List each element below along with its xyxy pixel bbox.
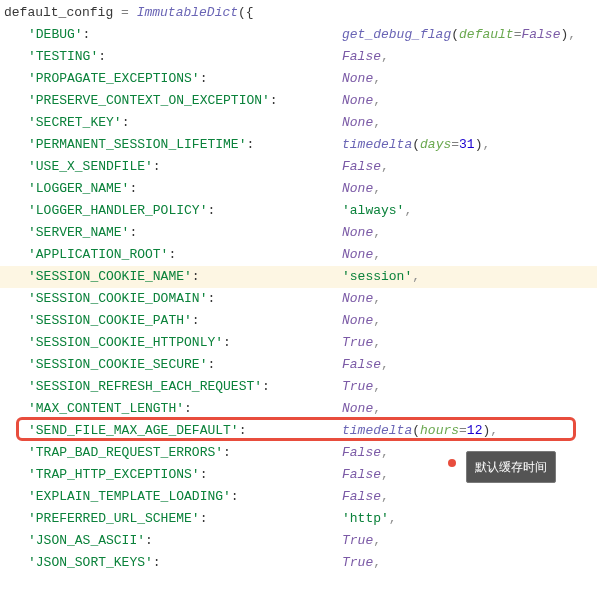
config-row: 'PRESERVE_CONTEXT_ON_EXCEPTION':None,	[0, 90, 597, 112]
config-key: 'MAX_CONTENT_LENGTH':	[28, 398, 342, 420]
operator: =	[113, 5, 136, 20]
paren-open: ({	[238, 5, 254, 20]
annotation-dot	[448, 459, 456, 467]
config-row: 'MAX_CONTENT_LENGTH':None,	[0, 398, 597, 420]
config-row: 'LOGGER_NAME':None,	[0, 178, 597, 200]
config-value: None,	[342, 112, 381, 134]
config-value: False,	[342, 442, 389, 464]
config-key: 'SEND_FILE_MAX_AGE_DEFAULT':	[28, 420, 342, 442]
config-key: 'LOGGER_HANDLER_POLICY':	[28, 200, 342, 222]
config-key: 'DEBUG':	[28, 24, 342, 46]
config-row: 'SESSION_COOKIE_PATH':None,	[0, 310, 597, 332]
config-value: None,	[342, 90, 381, 112]
config-value: 'always',	[342, 200, 412, 222]
config-row: 'APPLICATION_ROOT':None,	[0, 244, 597, 266]
config-row: 'JSON_SORT_KEYS':True,	[0, 552, 597, 574]
config-value: timedelta(days=31),	[342, 134, 490, 156]
config-key: 'SESSION_REFRESH_EACH_REQUEST':	[28, 376, 342, 398]
variable-name: default_config	[4, 5, 113, 20]
config-key: 'JSON_AS_ASCII':	[28, 530, 342, 552]
config-key: 'JSON_SORT_KEYS':	[28, 552, 342, 574]
config-value: None,	[342, 398, 381, 420]
config-value: 'http',	[342, 508, 397, 530]
config-value: False,	[342, 464, 389, 486]
config-key: 'PERMANENT_SESSION_LIFETIME':	[28, 134, 342, 156]
config-row: 'TESTING':False,	[0, 46, 597, 68]
config-value: None,	[342, 244, 381, 266]
config-value: True,	[342, 332, 381, 354]
config-row: 'PREFERRED_URL_SCHEME':'http',	[0, 508, 597, 530]
config-row: 'SESSION_COOKIE_SECURE':False,	[0, 354, 597, 376]
config-row: 'DEBUG':get_debug_flag(default=False),	[0, 24, 597, 46]
config-key: 'SESSION_COOKIE_HTTPONLY':	[28, 332, 342, 354]
config-row: 'SEND_FILE_MAX_AGE_DEFAULT':timedelta(ho…	[0, 420, 597, 442]
config-value: 'session',	[342, 266, 420, 288]
config-key: 'TRAP_HTTP_EXCEPTIONS':	[28, 464, 342, 486]
config-value: False,	[342, 486, 389, 508]
config-value: True,	[342, 552, 381, 574]
config-row: 'PROPAGATE_EXCEPTIONS':None,	[0, 68, 597, 90]
config-key: 'SESSION_COOKIE_DOMAIN':	[28, 288, 342, 310]
config-value: False,	[342, 354, 389, 376]
config-value: None,	[342, 288, 381, 310]
config-row: 'EXPLAIN_TEMPLATE_LOADING':False,	[0, 486, 597, 508]
config-value: None,	[342, 178, 381, 200]
config-key: 'EXPLAIN_TEMPLATE_LOADING':	[28, 486, 342, 508]
assignment-line: default_config = ImmutableDict({	[0, 2, 597, 24]
tooltip: 默认缓存时间	[466, 451, 556, 483]
config-key: 'TRAP_BAD_REQUEST_ERRORS':	[28, 442, 342, 464]
config-value: None,	[342, 68, 381, 90]
config-row: 'SESSION_COOKIE_DOMAIN':None,	[0, 288, 597, 310]
config-key: 'TESTING':	[28, 46, 342, 68]
function-name: ImmutableDict	[137, 5, 238, 20]
config-key: 'SESSION_COOKIE_NAME':	[28, 266, 342, 288]
config-value: False,	[342, 156, 389, 178]
config-key: 'APPLICATION_ROOT':	[28, 244, 342, 266]
config-value: None,	[342, 222, 381, 244]
config-key: 'USE_X_SENDFILE':	[28, 156, 342, 178]
config-value: True,	[342, 530, 381, 552]
config-key: 'SECRET_KEY':	[28, 112, 342, 134]
config-row: 'SESSION_COOKIE_HTTPONLY':True,	[0, 332, 597, 354]
config-value: timedelta(hours=12),	[342, 420, 498, 442]
config-key: 'PREFERRED_URL_SCHEME':	[28, 508, 342, 530]
config-key: 'LOGGER_NAME':	[28, 178, 342, 200]
config-row: 'JSON_AS_ASCII':True,	[0, 530, 597, 552]
config-value: get_debug_flag(default=False),	[342, 24, 576, 46]
config-row: 'SERVER_NAME':None,	[0, 222, 597, 244]
config-value: False,	[342, 46, 389, 68]
config-key: 'SERVER_NAME':	[28, 222, 342, 244]
config-key: 'SESSION_COOKIE_SECURE':	[28, 354, 342, 376]
config-key: 'SESSION_COOKIE_PATH':	[28, 310, 342, 332]
config-row: 'SESSION_REFRESH_EACH_REQUEST':True,	[0, 376, 597, 398]
config-value: None,	[342, 310, 381, 332]
config-key: 'PROPAGATE_EXCEPTIONS':	[28, 68, 342, 90]
config-row: 'USE_X_SENDFILE':False,	[0, 156, 597, 178]
config-row: 'SESSION_COOKIE_NAME':'session',	[0, 266, 597, 288]
config-row: 'PERMANENT_SESSION_LIFETIME':timedelta(d…	[0, 134, 597, 156]
config-value: True,	[342, 376, 381, 398]
config-row: 'LOGGER_HANDLER_POLICY':'always',	[0, 200, 597, 222]
config-row: 'SECRET_KEY':None,	[0, 112, 597, 134]
config-key: 'PRESERVE_CONTEXT_ON_EXCEPTION':	[28, 90, 342, 112]
